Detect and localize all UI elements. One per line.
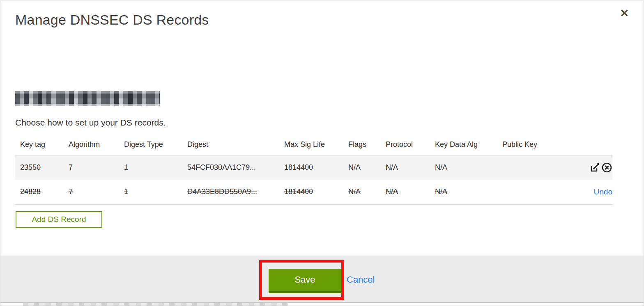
cell-digest: 54FCF030AA1C79... bbox=[187, 155, 284, 180]
cell-digest-type: 1 bbox=[124, 180, 187, 204]
cell-protocol: N/A bbox=[386, 180, 435, 204]
cell-public-key bbox=[502, 180, 560, 204]
header-max-sig-life: Max Sig Life bbox=[284, 134, 348, 155]
cancel-link[interactable]: Cancel bbox=[347, 274, 375, 285]
cell-digest: D4A33E8DD550A9... bbox=[187, 180, 284, 204]
subtitle-text: Choose how to set up your DS records. bbox=[15, 118, 166, 128]
delete-record-button[interactable] bbox=[601, 162, 612, 173]
header-digest-type: Digest Type bbox=[124, 134, 187, 155]
redacted-domain-name bbox=[15, 91, 160, 106]
ds-records-table: Key tag Algorithm Digest Type Digest Max… bbox=[15, 134, 612, 205]
delete-icon bbox=[601, 162, 612, 173]
redacted-background-content bbox=[23, 303, 288, 306]
cell-key-data-alg: N/A bbox=[435, 155, 502, 180]
header-key-data-alg: Key Data Alg bbox=[435, 134, 502, 155]
cell-digest-type: 1 bbox=[124, 155, 187, 180]
table-row: 23550 7 1 54FCF030AA1C79... 1814400 N/A … bbox=[15, 155, 612, 180]
cell-protocol: N/A bbox=[386, 155, 435, 180]
cell-actions bbox=[560, 155, 612, 180]
header-digest: Digest bbox=[187, 134, 284, 155]
cell-actions: Undo bbox=[560, 180, 612, 204]
header-key-tag: Key tag bbox=[15, 134, 69, 155]
cell-algorithm: 7 bbox=[69, 155, 124, 180]
cell-key-tag: 24828 bbox=[15, 180, 69, 204]
cell-key-tag: 23550 bbox=[15, 155, 69, 180]
cell-flags: N/A bbox=[348, 180, 386, 204]
header-actions bbox=[560, 134, 612, 155]
header-algorithm: Algorithm bbox=[69, 134, 124, 155]
cell-max-sig-life: 1814400 bbox=[284, 180, 348, 204]
cell-algorithm: 7 bbox=[69, 180, 124, 204]
undo-link[interactable]: Undo bbox=[594, 187, 612, 196]
edit-icon bbox=[590, 162, 600, 173]
cell-public-key bbox=[502, 155, 560, 180]
cell-key-data-alg: N/A bbox=[435, 180, 502, 204]
table-header-row: Key tag Algorithm Digest Type Digest Max… bbox=[15, 134, 612, 155]
page-title: Manage DNSSEC DS Records bbox=[15, 12, 209, 28]
cell-max-sig-life: 1814400 bbox=[284, 155, 348, 180]
edit-record-button[interactable] bbox=[590, 162, 600, 173]
save-button[interactable]: Save bbox=[269, 269, 341, 293]
add-ds-record-button[interactable]: Add DS Record bbox=[16, 211, 102, 228]
cell-flags: N/A bbox=[348, 155, 386, 180]
header-public-key: Public Key bbox=[502, 134, 560, 155]
close-icon[interactable]: ✕ bbox=[620, 8, 629, 18]
dnssec-modal: Manage DNSSEC DS Records ✕ Choose how to… bbox=[0, 0, 644, 306]
header-protocol: Protocol bbox=[386, 134, 435, 155]
table-row: 24828 7 1 D4A33E8DD550A9... 1814400 N/A … bbox=[15, 180, 612, 204]
header-flags: Flags bbox=[348, 134, 386, 155]
